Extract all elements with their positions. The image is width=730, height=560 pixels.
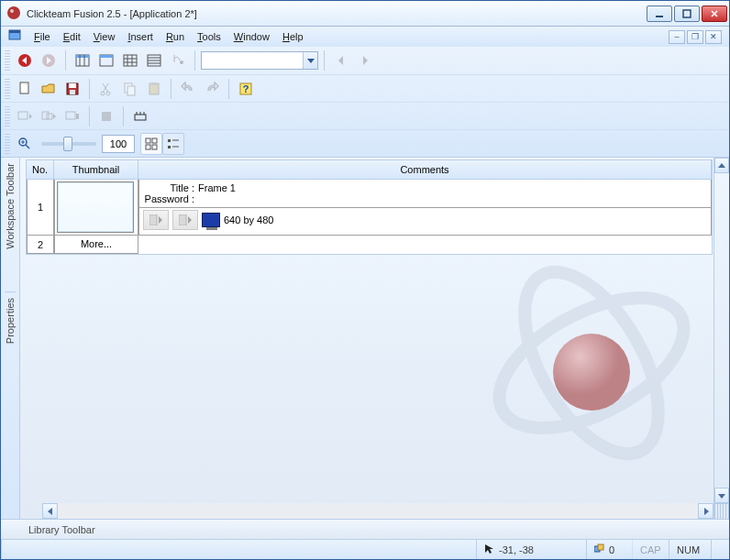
menu-run[interactable]: Run [166, 31, 184, 42]
frame-selector-combo[interactable] [201, 51, 318, 70]
svg-point-0 [7, 6, 20, 19]
menu-help[interactable]: Help [282, 31, 304, 42]
status-object-count: 0 [586, 540, 632, 559]
svg-rect-41 [102, 112, 111, 121]
menu-window[interactable]: Window [234, 31, 270, 42]
frame-title-value[interactable]: Frame 1 [198, 182, 236, 193]
menu-tools[interactable]: Tools [197, 31, 221, 42]
monitor-icon [202, 213, 220, 227]
status-resize-grip [711, 540, 729, 559]
application-window: Clickteam Fusion 2.5 - [Application 2*] … [0, 0, 730, 560]
column-header-no: No. [27, 160, 54, 179]
storyboard-editor-view: No. Thumbnail Comments 1 Title :Frame 1 … [20, 158, 729, 519]
library-toolbar-tab[interactable]: Library Toolbar [1, 519, 729, 539]
zoom-slider[interactable] [41, 142, 96, 146]
menu-file[interactable]: File [34, 31, 50, 42]
stop-button[interactable] [61, 105, 83, 127]
left-sidebar: Workspace Toolbar Properties [1, 158, 20, 519]
svg-rect-36 [18, 112, 28, 119]
svg-point-23 [180, 60, 183, 64]
frame-fade-out-button[interactable] [172, 210, 198, 230]
window-title: Clickteam Fusion 2.5 - [Application 2*] [27, 8, 197, 19]
horizontal-scrollbar[interactable] [42, 503, 713, 519]
svg-rect-9 [76, 55, 89, 58]
svg-rect-49 [146, 145, 150, 149]
save-button[interactable] [61, 78, 83, 100]
toolbar-grip[interactable] [5, 106, 10, 126]
frame-thumbnail-icon [57, 181, 134, 233]
menu-insert[interactable]: Insert [127, 31, 153, 42]
menu-edit[interactable]: Edit [63, 31, 81, 42]
mdi-restore-button[interactable]: ❐ [687, 30, 703, 44]
event-editor-button[interactable] [119, 49, 141, 71]
zoom-value-input[interactable]: 100 [102, 135, 135, 153]
frame-fade-in-button[interactable] [143, 210, 169, 230]
data-elements-button[interactable] [167, 49, 189, 71]
titlebar: Clickteam Fusion 2.5 - [Application 2*] [1, 1, 729, 27]
cut-button[interactable] [95, 78, 117, 100]
scroll-down-button[interactable] [714, 488, 729, 503]
svg-text:?: ? [243, 83, 249, 94]
frame-number-cell[interactable]: 2 [27, 236, 54, 254]
svg-rect-61 [598, 544, 603, 550]
workspace-body: Workspace Toolbar Properties No. Thumbna… [1, 158, 729, 519]
menubar-app-icon[interactable] [8, 29, 21, 44]
cursor-icon [484, 544, 495, 556]
frame-editor-button[interactable] [95, 49, 117, 71]
app-icon [6, 5, 21, 22]
nav-back-button[interactable] [14, 49, 36, 71]
mdi-minimize-button[interactable]: – [669, 30, 685, 44]
close-button[interactable] [702, 5, 727, 22]
properties-tab[interactable]: Properties [5, 291, 16, 349]
open-button[interactable] [38, 78, 60, 100]
frame-thumbnail-cell[interactable] [54, 180, 138, 236]
next-frame-button[interactable] [354, 49, 376, 71]
svg-rect-2 [656, 16, 663, 17]
zoom-slider-thumb[interactable] [63, 137, 72, 151]
redo-button[interactable] [201, 78, 223, 100]
workspace-toolbar-tab[interactable]: Workspace Toolbar [5, 158, 16, 255]
column-header-thumbnail: Thumbnail [54, 160, 138, 179]
mdi-close-button[interactable]: ✕ [705, 30, 722, 44]
more-frames-button[interactable]: More... [54, 236, 138, 254]
svg-rect-51 [168, 139, 171, 142]
scroll-left-button[interactable] [42, 503, 58, 519]
storyboard-grid: No. Thumbnail Comments 1 Title :Frame 1 … [26, 159, 713, 255]
paste-button[interactable] [143, 78, 165, 100]
view-mode-grid-button[interactable] [140, 133, 162, 155]
password-label: Password : [143, 193, 194, 204]
toolbar-grip[interactable] [5, 134, 10, 154]
storyboard-editor-button[interactable] [72, 49, 94, 71]
undo-button[interactable] [177, 78, 199, 100]
run-frame-button[interactable] [38, 105, 60, 127]
prev-frame-button[interactable] [330, 49, 352, 71]
copy-button[interactable] [119, 78, 141, 100]
svg-rect-13 [100, 55, 113, 58]
scroll-up-button[interactable] [714, 158, 729, 173]
toolbar-grip[interactable] [5, 50, 10, 71]
new-button[interactable] [14, 78, 36, 100]
build-settings-button[interactable] [129, 105, 151, 127]
zoom-tool-button[interactable] [14, 133, 36, 155]
event-list-editor-button[interactable] [143, 49, 165, 71]
help-contents-button[interactable]: ? [235, 78, 257, 100]
minimize-button[interactable] [647, 5, 672, 22]
frame-number-cell[interactable]: 1 [27, 180, 54, 236]
status-coordinates: -31, -38 [476, 540, 586, 559]
svg-rect-40 [76, 114, 79, 119]
svg-rect-39 [66, 112, 75, 119]
menu-view[interactable]: View [94, 31, 116, 42]
resize-grip-icon [714, 503, 729, 519]
status-num-lock: NUM [669, 540, 711, 559]
frame-size-text[interactable]: 640 by 480 [224, 214, 273, 225]
run-application-button[interactable] [14, 105, 36, 127]
build-run-button[interactable] [95, 105, 117, 127]
scroll-right-button[interactable] [698, 503, 713, 519]
nav-forward-button[interactable] [38, 49, 60, 71]
view-mode-list-button[interactable] [162, 133, 184, 155]
maximize-button[interactable] [674, 5, 700, 22]
svg-rect-26 [69, 83, 76, 88]
svg-rect-48 [152, 138, 157, 143]
toolbar-grip[interactable] [5, 79, 10, 99]
vertical-scrollbar[interactable] [713, 158, 729, 519]
